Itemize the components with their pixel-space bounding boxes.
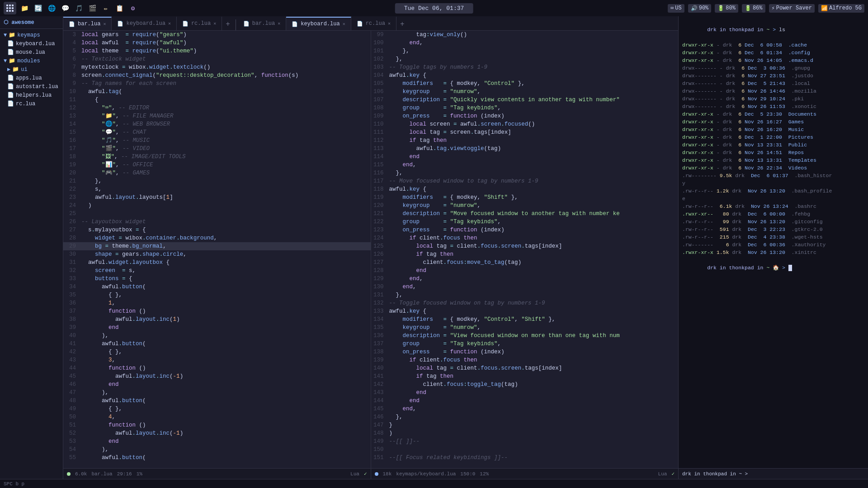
settings-icon[interactable]: ⚙️ [127, 3, 138, 14]
tab-keyboard-lua-right[interactable]: 📄 keyboard.lua ✕ [286, 17, 351, 30]
svg-rect-0 [6, 5, 8, 6]
sidebar-file-tree: ▼ 📁 keymaps 📄 keyboard.lua 📄 mouse.lua ▼… [0, 29, 63, 110]
editor-area: 📄 bar.lua ✕ 📄 keyboard.lua ✕ 📄 rc.lua ✕ … [63, 16, 678, 479]
topbar-clock: Tue Dec 06, 01:37 [395, 3, 473, 14]
code-line: 120 keygroup = "numrow", [371, 202, 679, 210]
terminal-line: drk in thonkpad in ~ > ls [682, 18, 864, 41]
code-line: 128 end [371, 267, 679, 275]
close-tab-bar-lua-right[interactable]: ✕ [278, 21, 280, 26]
sidebar-item-autostart-lua[interactable]: 📄 autostart.lua [0, 82, 63, 91]
code-line: 123 on_press = function (index) [371, 226, 679, 234]
terminal-line: drwx------- - drk 6 Nov 26 11:53 .xonoti… [682, 103, 864, 110]
close-tab-rc-right[interactable]: ✕ [388, 21, 391, 26]
terminal-content[interactable]: drk in thonkpad in ~ > ls drwxr-xr-x - d… [679, 16, 868, 468]
code-line: 35 { }, [63, 291, 371, 299]
code-line: 14 "🌐", -- WEB BROWSER [63, 120, 371, 128]
topbar: 📁 🔄 🌐 💬 🎵 🎬 ✏️ 📋 ⚙️ Tue Dec 06, 01:37 ⌨ … [0, 0, 868, 16]
code-line: 147} [371, 421, 679, 429]
tab-bar-lua-left[interactable]: 📄 bar.lua ✕ [63, 17, 112, 30]
terminal-line: .rw------- 6 drk Dec 6 00:36 .Xauthority [682, 241, 864, 249]
status-filename-left: bar.lua [91, 471, 112, 477]
sidebar-item-helpers-lua[interactable]: 📄 helpers.lua [0, 91, 63, 99]
volume-status: 🔊 90% [688, 4, 712, 13]
close-tab-keyboard-lua[interactable]: ✕ [168, 21, 171, 26]
terminal-line: drwxr-xr-x - drk 6 Dec 6 00:58 .cache [682, 41, 864, 49]
bottom-bar-label: SPC b p [4, 481, 24, 487]
tab-keyboard-lua-left[interactable]: 📄 keyboard.lua ✕ [112, 17, 176, 30]
code-line: 36 1, [63, 299, 371, 307]
code-area-right[interactable]: 99 tag:view_only() 100 end, 101 }, 102 }… [371, 31, 679, 468]
sidebar-item-apps-lua[interactable]: 📄 apps.lua [0, 74, 63, 82]
editor-split: 3local gears = require("gears") 4local a… [63, 31, 678, 479]
lua-icon-3: 📄 [182, 21, 189, 27]
code-line: 47 ), [63, 389, 371, 397]
status-bar-right: 18k keymaps/keyboard.lua 150:0 12% Lua ✓ [371, 468, 679, 479]
status-right-right: Lua ✓ [658, 471, 675, 477]
video-icon[interactable]: 🎬 [87, 3, 98, 14]
code-line: 39 end [63, 324, 371, 332]
lua-icon: 📄 [69, 21, 75, 27]
code-line: 25 [63, 210, 371, 218]
sidebar-item-modules[interactable]: ▼ 📁 modules [0, 56, 63, 65]
close-tab-keyboard-right[interactable]: ✕ [343, 21, 345, 27]
status-percent-right: 12% [480, 471, 489, 477]
terminal-line: y [682, 179, 864, 187]
code-line: 30 shape = gears.shape.circle, [63, 250, 371, 258]
terminal-line: drwx------- - drk 6 Dec 3 00:36 .gnupg [682, 64, 864, 72]
apps-icon[interactable] [4, 2, 16, 14]
edit-icon[interactable]: ✏️ [100, 3, 111, 14]
code-line: 122 group = "Tag keybinds", [371, 218, 679, 226]
close-tab-bar-lua[interactable]: ✕ [103, 21, 106, 27]
status-left-right: 18k keymaps/keyboard.lua 150:0 12% [375, 471, 489, 477]
code-line: 6-- Textclock widget [63, 55, 371, 63]
code-line: 111 local tag = screen.tags[index] [371, 128, 679, 136]
battery2-icon: 🔋 [745, 5, 751, 12]
code-line: 121 description = "Move focused window t… [371, 210, 679, 218]
code-line: 150 [371, 446, 679, 454]
chat-icon[interactable]: 💬 [60, 3, 71, 14]
code-line: 130 end, [371, 283, 679, 291]
code-line: 118awful.key { [371, 185, 679, 193]
refresh-icon[interactable]: 🔄 [33, 3, 43, 14]
add-tab-right[interactable]: + [396, 19, 408, 30]
folder-icon[interactable]: 📁 [19, 3, 30, 14]
code-line: 55 awful.button( [63, 454, 371, 462]
code-line: 99 tag:view_only() [371, 31, 679, 39]
code-line: 42 { }, [63, 348, 371, 356]
close-tab-rc-lua[interactable]: ✕ [213, 21, 216, 26]
tab-rc-lua-left[interactable]: 📄 rc.lua ✕ [177, 17, 222, 30]
code-line: 141 if tag then [371, 372, 679, 380]
code-line: 116 }, [371, 169, 679, 177]
terminal-panel: drk in thonkpad in ~ > ls drwxr-xr-x - d… [678, 16, 868, 479]
svg-rect-1 [9, 5, 11, 6]
code-line: 119 modifiers = { modkey, "Shift" }, [371, 193, 679, 202]
terminal-line: drwxr-xr-x - drk 6 Nov 26 16:20 Music [682, 126, 864, 133]
code-line: 12 "⌨", -- EDITOR [63, 104, 371, 112]
status-bar-left: 6.0k bar.lua 29:16 1% Lua ✓ [63, 468, 371, 479]
code-line: 48 awful.button( [63, 397, 371, 405]
sidebar-item-keyboard-lua[interactable]: 📄 keyboard.lua [0, 39, 63, 48]
code-line: 124 if client.focus then [371, 234, 679, 242]
music-icon[interactable]: 🎵 [73, 3, 84, 14]
code-line: 45 awful.layout.inc(-1) [63, 372, 371, 380]
code-line: 106 keygroup = "numrow", [371, 88, 679, 96]
sidebar-item-keymaps[interactable]: ▼ 📁 keymaps [0, 31, 63, 39]
list-icon[interactable]: 📋 [114, 3, 125, 14]
add-tab-left[interactable]: + [222, 19, 234, 30]
svg-rect-8 [12, 10, 14, 12]
sidebar-item-rc-lua[interactable]: 📄 rc.lua [0, 99, 63, 108]
tab-rc-lua-right[interactable]: 📄 rc.lua ✕ [351, 17, 396, 30]
browser-icon[interactable]: 🌐 [46, 3, 57, 14]
svg-rect-7 [9, 10, 11, 12]
code-line: 21 }, [63, 177, 371, 185]
code-line: 16 "🎵", -- MUSIC [63, 136, 371, 145]
sidebar-item-ui[interactable]: ▶ 📁 ui [0, 65, 63, 74]
sidebar-item-mouse-lua[interactable]: 📄 mouse.lua [0, 48, 63, 56]
status-position-left: 29:16 [117, 471, 132, 477]
keyboard-status: ⌨ US [668, 4, 684, 13]
terminal-line: drwxr-xr-x - drk 6 Dec 5 23:30 Documents [682, 110, 864, 118]
code-line: 44 function () [63, 364, 371, 372]
code-line: 138 on_press = function (index) [371, 348, 679, 356]
tab-bar-lua-right[interactable]: 📄 bar.lua ✕ [238, 17, 286, 30]
code-area-left[interactable]: 3local gears = require("gears") 4local a… [63, 31, 371, 468]
